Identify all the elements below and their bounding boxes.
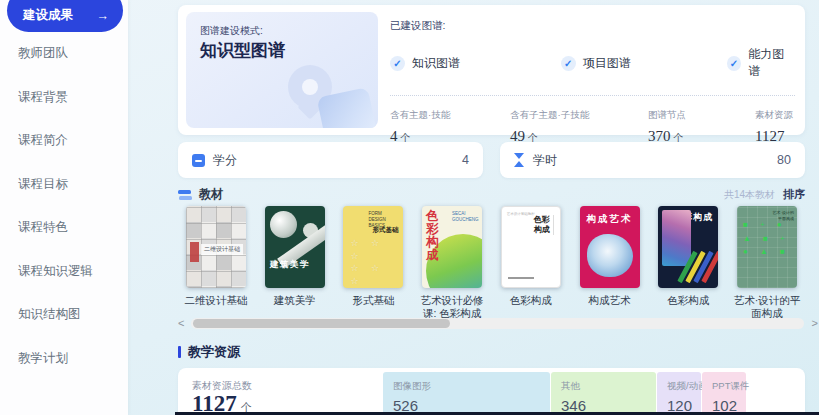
checkbox-label: 能力图谱 bbox=[748, 46, 795, 80]
sidebar-item-knowledge-structure[interactable]: 知识结构图 bbox=[0, 293, 128, 337]
cover-title: 构成艺术 bbox=[580, 213, 640, 226]
cover-pencils bbox=[682, 244, 718, 286]
scroll-left-arrow[interactable]: < bbox=[178, 317, 184, 330]
carousel-scrollbar: < > bbox=[178, 317, 818, 330]
sidebar: 建设成果 → 教师团队 课程背景 课程简介 课程目标 课程特色 课程知识逻辑 知… bbox=[0, 0, 128, 415]
hours-label: 学时 bbox=[533, 152, 557, 169]
sidebar-item-course-features[interactable]: 课程特色 bbox=[0, 206, 128, 250]
book-cover-2d-design[interactable]: 二维设计基础 bbox=[186, 206, 246, 288]
resource-block-2: 视频/动画 120 bbox=[657, 372, 701, 415]
hours-value: 80 bbox=[777, 153, 791, 167]
stat-label: 含有子主题·子技能 bbox=[510, 109, 648, 122]
resource-block-0: 图像图形 526 bbox=[383, 372, 550, 415]
graph-mode-value: 知识型图谱 bbox=[200, 39, 285, 62]
credit-hours-row: 学分 4 学时 80 bbox=[178, 142, 805, 178]
scrollbar-track[interactable] bbox=[191, 318, 804, 329]
book-title: 形式基础 bbox=[352, 294, 394, 307]
graph-checkbox-row: ✓ 知识图谱 ✓ 项目图谱 ✓ 能力图谱 bbox=[390, 46, 795, 80]
textbook-item[interactable]: ■ + ● ▲ ■ + ● ▲ ■ 艺术·设计的 平面构成 艺术·设计的平面构成 bbox=[729, 206, 805, 320]
book-cover-composition-art[interactable]: 构成艺术 bbox=[580, 206, 640, 288]
cover-title: 形式基础 bbox=[372, 226, 398, 235]
textbook-item[interactable]: 色彩构成 色彩构成 bbox=[650, 206, 726, 320]
textbooks-header: 教材 共14本教材 排序 bbox=[178, 186, 805, 203]
book-title: 构成艺术 bbox=[589, 294, 631, 307]
sidebar-item-course-goals[interactable]: 课程目标 bbox=[0, 163, 128, 207]
book-title: 色彩构成 bbox=[667, 294, 709, 307]
resource-block-3: PPT课件 102 bbox=[702, 372, 746, 415]
textbook-item[interactable]: 构成艺术 构成艺术 bbox=[572, 206, 648, 320]
cover-rule bbox=[508, 277, 534, 279]
textbook-item[interactable]: 艺术设计基础教程 色彩构成 色彩构成 bbox=[493, 206, 569, 320]
textbooks-header-right: 共14本教材 排序 bbox=[724, 187, 805, 202]
arrow-right-icon: → bbox=[97, 9, 110, 23]
checkbox-label: 项目图谱 bbox=[583, 55, 631, 72]
sidebar-menu: 教师团队 课程背景 课程简介 课程目标 课程特色 课程知识逻辑 知识结构图 教学… bbox=[0, 32, 128, 380]
cover-symbols: ■ + ● ▲ ■ + ● ▲ ■ bbox=[743, 218, 790, 259]
textbooks-count: 共14本教材 bbox=[724, 188, 775, 202]
resources-summary-card: 素材资源总数 1127个 图像图形 526 其他 346 视频/动画 120 bbox=[178, 368, 805, 415]
textbook-item[interactable]: 色彩构成 SECAI GOUCHENG 艺术设计必修课: 色彩构成 bbox=[414, 206, 490, 320]
graph-summary-card: 图谱建设模式: 知识型图谱 已建设图谱: ✓ 知识图谱 ✓ 项目图谱 bbox=[178, 5, 805, 135]
sidebar-item-construction-results[interactable]: 建设成果 → bbox=[7, 0, 123, 32]
resource-label: 其他 bbox=[561, 380, 656, 393]
resource-category-blocks: 图像图形 526 其他 346 视频/动画 120 PPT课件 102 bbox=[383, 372, 746, 415]
hours-card: 学时 80 bbox=[500, 142, 805, 178]
book-title: 建筑美学 bbox=[274, 294, 316, 307]
cover-accent bbox=[190, 242, 199, 262]
book-cover-color-composition-course[interactable]: 色彩构成 SECAI GOUCHENG bbox=[422, 206, 482, 288]
textbook-carousel: 二维设计基础 二维设计基础 建筑美学 建筑美学 FORM DESIGN BASI… bbox=[178, 206, 805, 320]
book-stack-icon bbox=[178, 189, 192, 201]
cover-subtitle: 艺术设计基础教程 bbox=[507, 212, 535, 216]
app-screen: 建设成果 → 教师团队 课程背景 课程简介 课程目标 课程特色 课程知识逻辑 知… bbox=[0, 0, 819, 415]
cover-stars: ☆ ☆ ☆ ☆ ☆ ☆ ☆ ☆ ☆ ☆ ☆ ☆ bbox=[350, 237, 403, 288]
book-cover-color-composition-dark[interactable]: 色彩构成 bbox=[658, 206, 718, 288]
book-cover-architecture-aesthetics[interactable]: 建筑美学 bbox=[265, 206, 325, 288]
hourglass-icon bbox=[514, 153, 525, 167]
sidebar-item-course-intro[interactable]: 课程简介 bbox=[0, 119, 128, 163]
credit-label: 学分 bbox=[213, 152, 237, 169]
sidebar-item-teaching-plan[interactable]: 教学计划 bbox=[0, 337, 128, 381]
cover-circle bbox=[270, 211, 297, 238]
book-title: 二维设计基础 bbox=[185, 294, 248, 307]
book-cover-form-basics[interactable]: FORM DESIGN BASICS 形式基础 ☆ ☆ ☆ ☆ ☆ ☆ ☆ ☆ … bbox=[343, 206, 403, 288]
checkmark-icon: ✓ bbox=[727, 56, 742, 71]
checkbox-ability-graph[interactable]: ✓ 能力图谱 bbox=[727, 46, 795, 80]
sort-button[interactable]: 排序 bbox=[783, 187, 805, 202]
cover-title: 色彩构成 bbox=[426, 210, 440, 263]
cover-title: 二维设计基础 bbox=[201, 244, 243, 255]
graph-mode-panel: 图谱建设模式: 知识型图谱 bbox=[186, 12, 378, 128]
checkbox-knowledge-graph[interactable]: ✓ 知识图谱 bbox=[390, 46, 561, 80]
main-content: 图谱建设模式: 知识型图谱 已建设图谱: ✓ 知识图谱 ✓ 项目图谱 bbox=[178, 0, 805, 415]
credit-card: 学分 4 bbox=[178, 142, 483, 178]
dotted-divider bbox=[390, 95, 795, 96]
sidebar-active-label: 建设成果 bbox=[23, 7, 73, 24]
cover-marble-shape bbox=[587, 234, 633, 277]
checkbox-project-graph[interactable]: ✓ 项目图谱 bbox=[561, 46, 727, 80]
checkmark-icon: ✓ bbox=[390, 56, 405, 71]
stat-label: 素材资源 bbox=[755, 109, 795, 122]
sidebar-item-course-knowledge-logic[interactable]: 课程知识逻辑 bbox=[0, 250, 128, 294]
stat-label: 含有主题·技能 bbox=[390, 109, 510, 122]
checkbox-label: 知识图谱 bbox=[412, 55, 460, 72]
resource-label: 视频/动画 bbox=[667, 380, 701, 393]
cover-title: 艺术·设计的 平面构成 bbox=[773, 210, 794, 222]
book-title: 色彩构成 bbox=[510, 294, 552, 307]
cover-title: 色彩构成 bbox=[534, 215, 554, 235]
resource-block-1: 其他 346 bbox=[551, 372, 656, 415]
credit-badge-icon bbox=[192, 154, 205, 167]
stat-label: 图谱节点 bbox=[648, 109, 755, 122]
sidebar-item-course-background[interactable]: 课程背景 bbox=[0, 76, 128, 120]
teaching-resources-title: 教学资源 bbox=[188, 343, 240, 361]
textbook-item[interactable]: 二维设计基础 二维设计基础 bbox=[178, 206, 254, 320]
book-cover-plane-composition[interactable]: ■ + ● ▲ ■ + ● ▲ ■ 艺术·设计的 平面构成 bbox=[737, 206, 797, 288]
book-cover-color-composition-white[interactable]: 艺术设计基础教程 色彩构成 bbox=[501, 206, 561, 288]
credit-value: 4 bbox=[462, 153, 469, 167]
textbook-item[interactable]: FORM DESIGN BASICS 形式基础 ☆ ☆ ☆ ☆ ☆ ☆ ☆ ☆ … bbox=[335, 206, 411, 320]
scroll-right-arrow[interactable]: > bbox=[812, 317, 818, 330]
scrollbar-thumb[interactable] bbox=[193, 319, 450, 328]
checkmark-icon: ✓ bbox=[561, 56, 576, 71]
sidebar-item-teacher-team[interactable]: 教师团队 bbox=[0, 32, 128, 76]
textbook-item[interactable]: 建筑美学 建筑美学 bbox=[257, 206, 333, 320]
section-accent-bar bbox=[178, 346, 181, 358]
teaching-resources-header: 教学资源 bbox=[178, 343, 240, 361]
